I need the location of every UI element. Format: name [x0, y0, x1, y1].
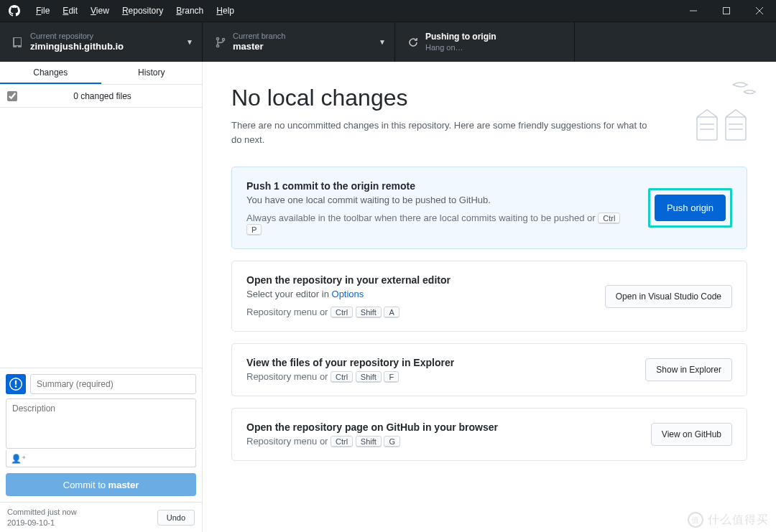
- select-all-checkbox[interactable]: [7, 91, 17, 101]
- undo-button[interactable]: Undo: [157, 510, 195, 526]
- footer-commit-name: 2019-09-10-1: [7, 518, 157, 528]
- svg-rect-10: [697, 117, 717, 140]
- keyboard-key: P: [246, 224, 262, 235]
- repo-value: zimingjushi.github.io: [30, 41, 124, 53]
- repo-icon: [9, 37, 27, 48]
- menu-branch[interactable]: Branch: [176, 6, 203, 16]
- card-hint: Repository menu or Ctrl Shift A: [246, 307, 593, 318]
- maximize-button[interactable]: [710, 0, 743, 22]
- suggestion-card: Push 1 commit to the origin remoteYou ha…: [231, 167, 747, 249]
- add-coauthors[interactable]: 👤⁺: [6, 450, 196, 467]
- titlebar: File Edit View Repository Branch Help: [0, 0, 776, 22]
- push-status[interactable]: Pushing to origin Hang on…: [395, 22, 575, 62]
- card-hint: Repository menu or Ctrl Shift G: [246, 436, 639, 447]
- svg-point-5: [216, 45, 218, 47]
- github-logo-icon: [0, 5, 29, 17]
- keyboard-key: Shift: [356, 436, 382, 447]
- svg-rect-1: [724, 8, 730, 14]
- commit-button[interactable]: Commit to master: [6, 473, 196, 496]
- card-action-button[interactable]: Open in Visual Studio Code: [605, 285, 732, 308]
- keyboard-key: Ctrl: [331, 307, 353, 318]
- keyboard-key: Shift: [356, 371, 382, 383]
- sync-icon: [404, 37, 422, 48]
- menu-file[interactable]: File: [36, 6, 50, 16]
- keyboard-key: Shift: [356, 307, 382, 318]
- current-repository-dropdown[interactable]: Current repository zimingjushi.github.io…: [0, 22, 203, 62]
- keyboard-key: G: [384, 436, 400, 447]
- card-hint: Repository menu or Ctrl Shift F: [246, 371, 634, 383]
- svg-rect-8: [15, 381, 17, 385]
- keyboard-key: F: [384, 371, 399, 383]
- minimize-button[interactable]: [677, 0, 710, 22]
- options-link[interactable]: Options: [332, 289, 364, 299]
- suggestion-card: Open the repository in your external edi…: [231, 261, 747, 332]
- menu-edit[interactable]: Edit: [63, 6, 78, 16]
- keyboard-key: Ctrl: [331, 371, 353, 383]
- changed-files-header: 0 changed files: [0, 85, 202, 108]
- person-plus-icon: 👤⁺: [11, 454, 26, 464]
- suggestion-card: Open the repository page on GitHub in yo…: [231, 408, 747, 461]
- card-title: Push 1 commit to the origin remote: [246, 180, 637, 192]
- push-value: Hang on…: [425, 42, 496, 52]
- branch-label: Current branch: [233, 31, 285, 41]
- branch-icon: [211, 37, 230, 48]
- card-subtitle: You have one local commit waiting to be …: [246, 195, 637, 205]
- card-title: View the files of your repository in Exp…: [246, 357, 634, 368]
- highlight-box: Push origin: [648, 188, 732, 228]
- sidebar: Changes History 0 changed files 👤⁺ Commi…: [0, 62, 203, 532]
- tab-history[interactable]: History: [101, 62, 203, 84]
- chevron-down-icon: ▼: [379, 38, 386, 46]
- card-hint: Always available in the toolbar when the…: [246, 213, 637, 235]
- card-action-button[interactable]: Show in Explorer: [645, 358, 732, 381]
- commit-form: 👤⁺ Commit to master: [0, 368, 202, 502]
- svg-point-9: [15, 386, 17, 388]
- svg-rect-13: [726, 117, 746, 140]
- summary-input[interactable]: [30, 374, 196, 394]
- card-action-button[interactable]: View on GitHub: [651, 423, 732, 446]
- watermark: 值 什么值得买: [688, 512, 769, 528]
- description-input[interactable]: [6, 398, 196, 449]
- svg-point-6: [222, 38, 224, 40]
- tab-changes[interactable]: Changes: [0, 62, 101, 84]
- page-title: No local changes: [231, 85, 747, 111]
- suggestion-card: View the files of your repository in Exp…: [231, 343, 747, 396]
- branch-value: master: [233, 41, 285, 53]
- svg-point-4: [216, 37, 218, 39]
- repo-label: Current repository: [30, 31, 124, 41]
- keyboard-key: Ctrl: [598, 213, 620, 224]
- keyboard-key: Ctrl: [331, 436, 353, 447]
- menu-help[interactable]: Help: [216, 6, 234, 16]
- menu-repository[interactable]: Repository: [122, 6, 163, 16]
- last-commit-footer: Committed just now 2019-09-10-1 Undo: [0, 502, 202, 532]
- keyboard-key: A: [384, 307, 399, 318]
- page-subtitle: There are no uncommitted changes in this…: [231, 118, 648, 146]
- close-button[interactable]: [743, 0, 776, 22]
- current-branch-dropdown[interactable]: Current branch master ▼: [203, 22, 395, 62]
- footer-status: Committed just now: [7, 507, 157, 517]
- menu-view[interactable]: View: [91, 6, 109, 16]
- window-controls: [677, 0, 776, 22]
- card-title: Open the repository page on GitHub in yo…: [246, 421, 639, 433]
- avatar: [6, 374, 26, 394]
- card-title: Open the repository in your external edi…: [246, 274, 593, 286]
- card-action-button[interactable]: Push origin: [655, 195, 726, 221]
- menubar: File Edit View Repository Branch Help: [29, 6, 234, 16]
- card-subtitle: Select your editor in Options: [246, 289, 593, 299]
- chevron-down-icon: ▼: [186, 38, 193, 46]
- sidebar-tabs: Changes History: [0, 62, 202, 85]
- main-content: No local changes There are no uncommitte…: [203, 62, 776, 532]
- push-label: Pushing to origin: [425, 32, 496, 43]
- toolbar: Current repository zimingjushi.github.io…: [0, 22, 776, 62]
- changed-files-count: 0 changed files: [24, 91, 195, 101]
